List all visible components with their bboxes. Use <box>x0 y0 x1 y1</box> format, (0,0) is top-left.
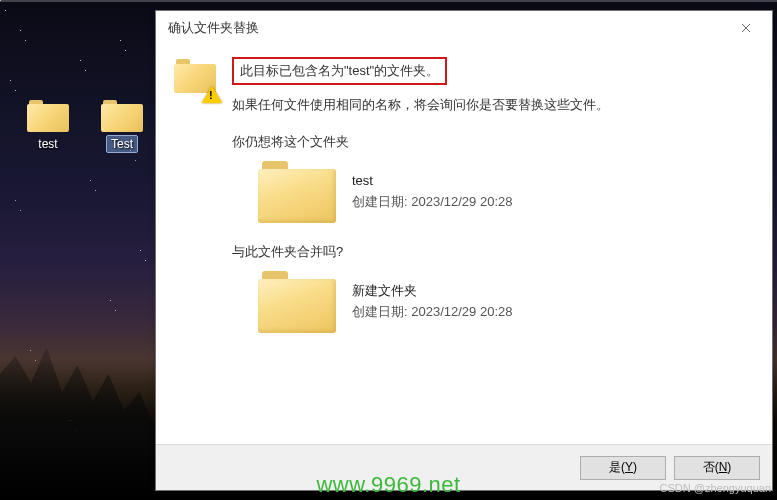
folder-name: test <box>352 171 512 192</box>
yes-button[interactable]: 是(Y) <box>580 456 666 480</box>
folder-detail-target: 新建文件夹 创建日期: 2023/12/29 20:28 <box>258 271 754 333</box>
headline-highlighted: 此目标已包含名为"test"的文件夹。 <box>232 57 447 85</box>
folder-created-date: 创建日期: 2023/12/29 20:28 <box>352 302 512 323</box>
desktop-icon-label: Test <box>107 136 137 152</box>
section-question-1: 你仍想将这个文件夹 <box>232 133 754 151</box>
dialog-button-bar: 是(Y) 否(N) <box>156 444 772 490</box>
desktop-folder-test-selected[interactable]: Test <box>92 98 152 152</box>
folder-icon <box>101 98 143 132</box>
warning-triangle-icon <box>202 86 222 103</box>
confirm-folder-replace-dialog: 确认文件夹替换 此目标已包含名为"test"的文件夹。 如果任何文件使用相同的名… <box>155 10 773 491</box>
folder-name: 新建文件夹 <box>352 281 512 302</box>
folder-icon <box>27 98 69 132</box>
folder-warning-icon <box>174 59 218 99</box>
close-button[interactable] <box>728 16 764 40</box>
folder-detail-source: test 创建日期: 2023/12/29 20:28 <box>258 161 754 223</box>
desktop-icon-label: test <box>34 136 61 152</box>
dialog-titlebar[interactable]: 确认文件夹替换 <box>156 11 772 45</box>
section-question-2: 与此文件夹合并吗? <box>232 243 754 261</box>
folder-icon <box>258 271 336 333</box>
tree-silhouette <box>0 320 155 500</box>
folder-icon <box>258 161 336 223</box>
close-icon <box>741 23 751 33</box>
dialog-content: 此目标已包含名为"test"的文件夹。 如果任何文件使用相同的名称，将会询问你是… <box>156 45 772 444</box>
folder-created-date: 创建日期: 2023/12/29 20:28 <box>352 192 512 213</box>
dialog-title: 确认文件夹替换 <box>168 19 728 37</box>
desktop-folder-test[interactable]: test <box>18 98 78 152</box>
explanation-text: 如果任何文件使用相同的名称，将会询问你是否要替换这些文件。 <box>232 95 754 115</box>
no-button[interactable]: 否(N) <box>674 456 760 480</box>
taskbar-edge <box>0 0 777 2</box>
